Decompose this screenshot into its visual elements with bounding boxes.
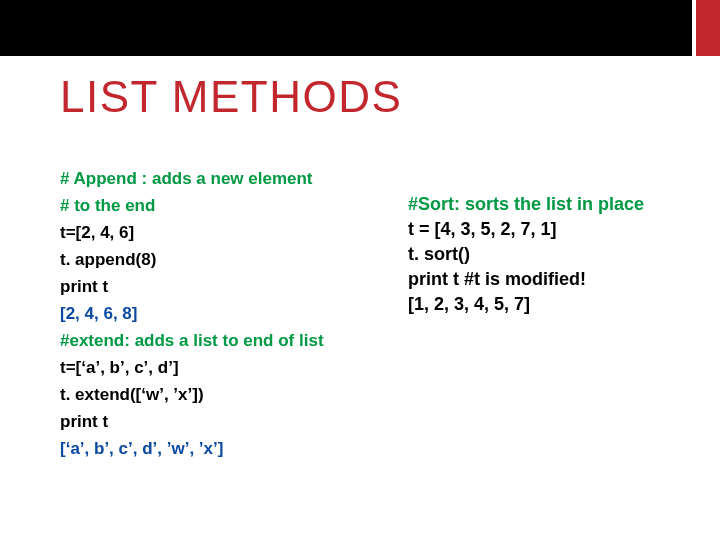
code-line: t=[2, 4, 6] xyxy=(60,219,390,246)
code-line: #Sort: sorts the list in place xyxy=(408,192,698,217)
code-line: t=[‘a’, b’, c’, d’] xyxy=(60,354,390,381)
code-line: t. append(8) xyxy=(60,246,390,273)
output-line: [1, 2, 3, 4, 5, 7] xyxy=(408,292,698,317)
code-line: print t xyxy=(60,408,390,435)
code-line: # Append : adds a new element xyxy=(60,165,390,192)
slide-title: LIST METHODS xyxy=(60,72,402,122)
output-line: [‘a’, b’, c’, d’, ’w’, ’x’] xyxy=(60,435,390,462)
code-line: # to the end xyxy=(60,192,390,219)
right-column: #Sort: sorts the list in place t = [4, 3… xyxy=(408,192,698,317)
header-accent xyxy=(692,0,720,56)
left-column: # Append : adds a new element # to the e… xyxy=(60,165,390,462)
code-line: t. extend([‘w’, ’x’]) xyxy=(60,381,390,408)
code-line: t. sort() xyxy=(408,242,698,267)
output-line: [2, 4, 6, 8] xyxy=(60,300,390,327)
code-line: print t #t is modified! xyxy=(408,267,698,292)
code-line: t = [4, 3, 5, 2, 7, 1] xyxy=(408,217,698,242)
header-bar xyxy=(0,0,720,56)
code-line: print t xyxy=(60,273,390,300)
slide: LIST METHODS # Append : adds a new eleme… xyxy=(0,0,720,540)
code-line: #extend: adds a list to end of list xyxy=(60,327,390,354)
